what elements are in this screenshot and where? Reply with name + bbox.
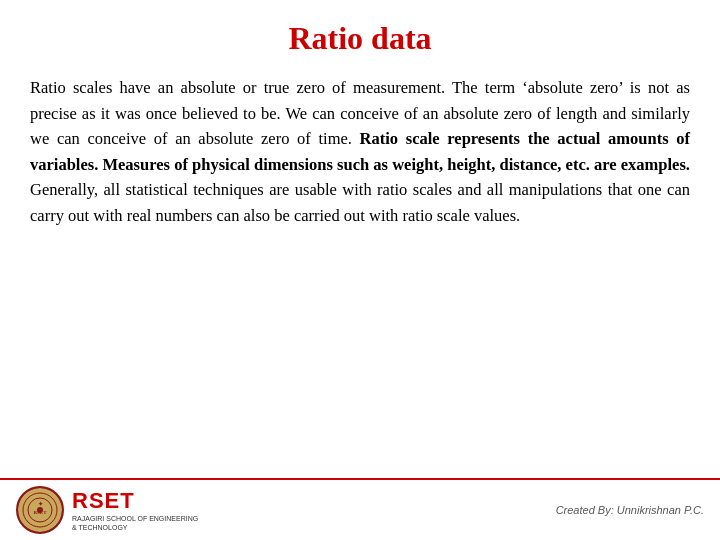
footer: ✦ RSET RSET RAJAGIRI SCHOOL OF ENGINEERI… bbox=[0, 478, 720, 540]
footer-logo: ✦ RSET RSET RAJAGIRI SCHOOL OF ENGINEERI… bbox=[16, 486, 202, 534]
body-text-part2: Generally, all statistical techniques ar… bbox=[30, 180, 690, 225]
page-container: Ratio data Ratio scales have an absolute… bbox=[0, 0, 720, 540]
main-content: Ratio data Ratio scales have an absolute… bbox=[0, 0, 720, 478]
svg-text:✦: ✦ bbox=[38, 501, 43, 507]
footer-credit: Created By: Unnikrishnan P.C. bbox=[556, 504, 704, 516]
logo-circle: ✦ RSET bbox=[16, 486, 64, 534]
logo-subtitle-text: RAJAGIRI SCHOOL OF ENGINEERING & TECHNOL… bbox=[72, 514, 202, 532]
page-title: Ratio data bbox=[30, 20, 690, 57]
logo-rset-text: RSET bbox=[72, 488, 202, 514]
logo-inner: ✦ RSET bbox=[18, 488, 62, 532]
svg-point-4 bbox=[37, 507, 43, 513]
logo-svg: ✦ RSET bbox=[22, 492, 58, 528]
logo-text-block: RSET RAJAGIRI SCHOOL OF ENGINEERING & TE… bbox=[72, 488, 202, 532]
body-paragraph: Ratio scales have an absolute or true ze… bbox=[30, 75, 690, 228]
